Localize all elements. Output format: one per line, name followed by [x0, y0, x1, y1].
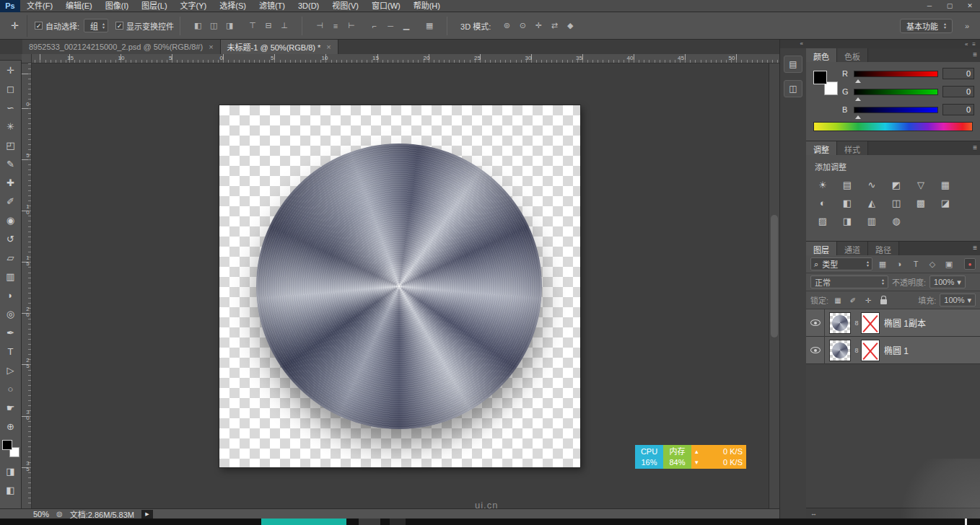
panel-menu-icon[interactable]: ≡ [973, 50, 977, 58]
tool-path-select[interactable]: ▷ [1, 361, 21, 379]
3d-pan-icon[interactable]: ✛ [531, 19, 546, 33]
red-slider[interactable] [854, 71, 938, 77]
align-hcenter-icon[interactable]: ◫ [206, 19, 221, 33]
align-left-icon[interactable]: ◧ [191, 19, 205, 33]
adjustment-selective-color-icon[interactable]: ◍ [888, 214, 904, 228]
tab-swatches[interactable]: 色板 [837, 48, 868, 62]
visibility-cell[interactable] [806, 309, 825, 337]
tool-move[interactable]: ✛ [1, 61, 21, 79]
taskbar-active-app[interactable] [261, 519, 346, 525]
red-value-field[interactable]: 0 [942, 68, 974, 79]
foreground-background-swatches[interactable] [2, 440, 19, 457]
align-top-icon[interactable]: ⊤ [245, 19, 260, 33]
layer-name[interactable]: 椭圆 1副本 [884, 317, 926, 329]
menu-item-help[interactable]: 帮助(H) [407, 0, 447, 12]
auto-select-group-dropdown[interactable]: 组 ▴▾ [84, 19, 108, 32]
adjustment-hue-saturation-icon[interactable]: ▦ [937, 178, 953, 192]
tab-adjustments[interactable]: 调整 [806, 141, 837, 155]
tool-quick-select[interactable]: ✳ [1, 117, 21, 136]
3d-roll-icon[interactable]: ⊙ [515, 19, 530, 33]
tool-crop[interactable]: ◰ [1, 136, 21, 154]
vertical-scrollbar[interactable] [769, 63, 779, 508]
adjustment-curves-icon[interactable]: ∿ [864, 178, 880, 192]
taskbar-item[interactable] [390, 519, 406, 525]
distribute-vcenter-icon[interactable]: ─ [383, 19, 398, 33]
vector-mask-thumbnail[interactable] [861, 340, 880, 361]
taskbar-show-desktop[interactable] [965, 519, 967, 525]
screen-mode-button[interactable]: ◧ [1, 480, 21, 499]
panel-menu-icon[interactable]: ≡ [973, 244, 977, 252]
taskbar-item[interactable] [359, 519, 380, 525]
distribute-top-icon[interactable]: ⌐ [367, 19, 382, 33]
status-flyout-button[interactable]: ▶ [141, 510, 153, 519]
dock-collapse-handle[interactable]: « [780, 40, 806, 48]
show-transform-checkbox[interactable]: ✓ [115, 22, 123, 30]
eye-icon[interactable] [810, 319, 821, 326]
tool-clone-stamp[interactable]: ◉ [1, 211, 21, 229]
tab-channels[interactable]: 通道 [837, 242, 868, 255]
tool-history-brush[interactable]: ↺ [1, 229, 21, 248]
tool-blur[interactable]: ◗ [1, 286, 21, 304]
tool-type[interactable]: T [1, 342, 21, 361]
layer-row-ellipse-1[interactable]: 8 椭圆 1 [806, 337, 980, 364]
tool-marquee[interactable]: ◻ [1, 79, 21, 98]
dock-menu-icon[interactable]: ≡ [972, 41, 976, 48]
tool-healing-brush[interactable]: ✚ [1, 173, 21, 192]
menu-item-window[interactable]: 窗口(W) [365, 0, 407, 12]
layer-thumbnail[interactable] [829, 312, 851, 334]
layer-name[interactable]: 椭圆 1 [884, 344, 909, 356]
tool-brush[interactable]: ✐ [1, 192, 21, 211]
eye-icon[interactable] [810, 347, 821, 353]
minimize-button[interactable]: ─ [919, 0, 940, 12]
menu-item-view[interactable]: 视图(V) [325, 0, 365, 12]
layer-thumbnail[interactable] [829, 340, 851, 361]
distribute-hcenter-icon[interactable]: ≡ [328, 19, 343, 33]
3d-slide-icon[interactable]: ⇄ [547, 19, 561, 33]
properties-panel-icon[interactable]: ◫ [784, 80, 802, 97]
layer-row-ellipse-1-copy[interactable]: 8 椭圆 1副本 [806, 309, 980, 337]
lock-transparency-icon[interactable]: ▦ [832, 294, 844, 306]
auto-select-option[interactable]: ✓ 自动选择: [35, 20, 79, 32]
scrollbar-thumb[interactable] [771, 215, 778, 338]
adjustment-black-white-icon[interactable]: ◧ [839, 196, 855, 210]
green-value-field[interactable]: 0 [942, 86, 974, 97]
blue-value-field[interactable]: 0 [942, 104, 974, 115]
tool-zoom[interactable]: ⊕ [1, 417, 21, 436]
foreground-color-swatch[interactable] [813, 71, 827, 84]
adjustment-levels-icon[interactable]: ▤ [839, 178, 855, 192]
document-tab-1[interactable]: 8952533_002124215000_2.psd @ 50%(RGB/8#)… [22, 40, 221, 54]
filter-shape-layers-icon[interactable]: ◇ [926, 257, 939, 270]
document-canvas[interactable] [219, 105, 580, 467]
workspace-switcher[interactable]: 基本功能 ▴▾ [900, 19, 953, 33]
lock-all-icon[interactable] [878, 294, 889, 306]
3d-orbit-icon[interactable]: ⊚ [499, 19, 514, 33]
show-transform-option[interactable]: ✓ 显示变换控件 [115, 20, 174, 32]
adjustment-channel-mixer-icon[interactable]: ◫ [888, 196, 904, 210]
filter-pixel-layers-icon[interactable]: ▦ [876, 257, 889, 270]
dock-collapse-icon[interactable]: « [965, 41, 968, 48]
lock-position-icon[interactable]: ✛ [862, 294, 874, 306]
menu-item-layer[interactable]: 图层(L) [135, 0, 173, 12]
menu-item-select[interactable]: 选择(S) [213, 0, 253, 12]
tool-gradient[interactable]: ▥ [1, 267, 21, 286]
color-spectrum-bar[interactable] [813, 122, 973, 131]
menu-item-filter[interactable]: 滤镜(T) [253, 0, 292, 12]
menu-item-file[interactable]: 文件(F) [20, 0, 59, 12]
distribute-right-icon[interactable]: ⊢ [344, 19, 359, 33]
blend-mode-dropdown[interactable]: 正常 ▴▾ [810, 275, 888, 288]
current-tool-icon[interactable]: ✛ [3, 15, 27, 37]
menu-item-edit[interactable]: 编辑(E) [59, 0, 99, 12]
resize-handle-icon[interactable]: ↔ [810, 510, 817, 517]
tool-dodge[interactable]: ◎ [1, 304, 21, 323]
tools-panel-grip[interactable] [0, 54, 22, 61]
canvas-area[interactable] [32, 63, 779, 508]
menu-item-type[interactable]: 文字(Y) [174, 0, 214, 12]
align-bottom-icon[interactable]: ⊥ [277, 19, 292, 33]
tool-eraser[interactable]: ▱ [1, 248, 21, 267]
adjustment-vibrance-icon[interactable]: ▽ [913, 178, 929, 192]
options-overflow-icon[interactable]: » [960, 19, 974, 33]
tab-color[interactable]: 颜色 [806, 48, 837, 62]
opacity-field[interactable]: 100% ▾ [929, 275, 966, 288]
tool-pen[interactable]: ✒ [1, 323, 21, 342]
distribute-bottom-icon[interactable]: ▁ [399, 19, 414, 33]
